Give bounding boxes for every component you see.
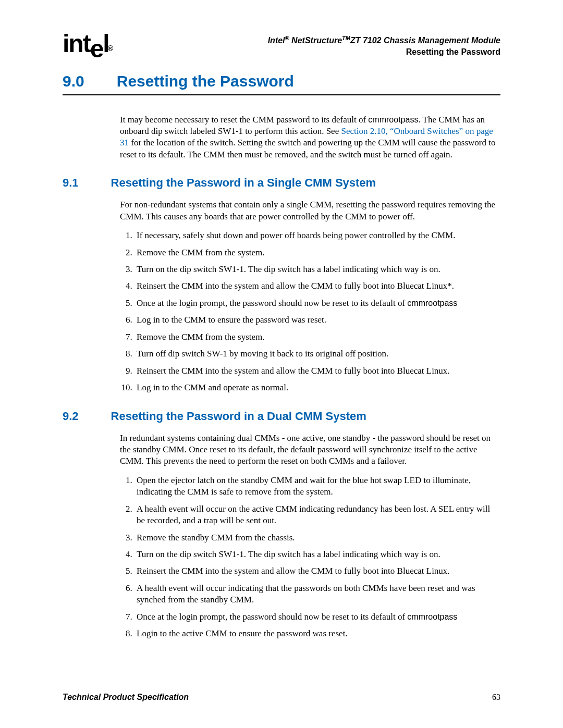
intro-paragraph: It may become necessary to reset the CMM…	[120, 114, 500, 161]
section-heading-9-1: 9.1 Resetting the Password in a Single C…	[63, 176, 500, 190]
heading-title: Resetting the Password in a Dual CMM Sys…	[111, 410, 366, 423]
heading-title: Resetting the Password	[117, 72, 294, 90]
section-9-1-steps: If necessary, safely shut down and power…	[120, 230, 500, 393]
header-section-title: Resetting the Password	[268, 46, 500, 58]
list-item: Remove the standby CMM from the chassis.	[134, 532, 500, 544]
list-item: Reinsert the CMM into the system and all…	[134, 365, 500, 377]
heading-number: 9.2	[63, 410, 79, 423]
intel-logo: intel®	[63, 31, 113, 56]
footer-doc-title: Technical Product Specification	[63, 693, 189, 702]
intro-text: It may become necessary to reset the CMM…	[120, 114, 500, 161]
list-item: Log in to the CMM and operate as normal.	[134, 382, 500, 393]
section-9-2-para: In redundant systems containing dual CMM…	[120, 433, 500, 467]
page: intel® Intel® NetStructureTMZT 7102 Chas…	[0, 0, 563, 728]
list-item: Once at the login prompt, the password s…	[134, 298, 500, 309]
product-title: Intel® NetStructureTMZT 7102 Chassis Man…	[268, 34, 500, 46]
list-item: Login to the active CMM to ensure the pa…	[134, 628, 500, 639]
list-item: Log in to the CMM to ensure the password…	[134, 314, 500, 326]
list-item: If necessary, safely shut down and power…	[134, 230, 500, 241]
list-item: A health event will occur indicating tha…	[134, 583, 500, 606]
header-right: Intel® NetStructureTMZT 7102 Chassis Man…	[268, 31, 500, 58]
list-item: Reinsert the CMM into the system and all…	[134, 565, 500, 577]
list-item: Turn off dip switch SW-1 by moving it ba…	[134, 348, 500, 360]
list-item: Remove the CMM from the system.	[134, 247, 500, 258]
list-item: A health event will occur on the active …	[134, 503, 500, 527]
section-9-2-body: In redundant systems containing dual CMM…	[120, 433, 500, 640]
heading-number: 9.0	[63, 72, 84, 90]
page-footer: Technical Product Specification 63	[63, 693, 500, 702]
section-heading-9-2: 9.2 Resetting the Password in a Dual CMM…	[63, 410, 500, 423]
heading-title: Resetting the Password in a Single CMM S…	[111, 176, 376, 190]
page-header: intel® Intel® NetStructureTMZT 7102 Chas…	[63, 31, 500, 58]
list-item: Turn on the dip switch SW1-1. The dip sw…	[134, 549, 500, 560]
list-item: Open the ejector latch on the standby CM…	[134, 475, 500, 498]
list-item: Reinsert the CMM into the system and all…	[134, 280, 500, 292]
section-heading-9-0: 9.0 Resetting the Password	[63, 72, 500, 95]
heading-number: 9.1	[63, 176, 79, 190]
cross-reference-link[interactable]: Section 2.10, “Onboard Switches” on page…	[120, 126, 493, 147]
list-item: Turn on the dip switch SW1-1. The dip sw…	[134, 264, 500, 275]
list-item: Once at the login prompt, the password s…	[134, 611, 500, 623]
list-item: Remove the CMM from the system.	[134, 331, 500, 343]
section-9-1-para: For non-redundant systems that contain o…	[120, 199, 500, 223]
section-9-2-steps: Open the ejector latch on the standby CM…	[120, 475, 500, 640]
footer-page-number: 63	[492, 693, 500, 702]
section-9-1-body: For non-redundant systems that contain o…	[120, 199, 500, 393]
